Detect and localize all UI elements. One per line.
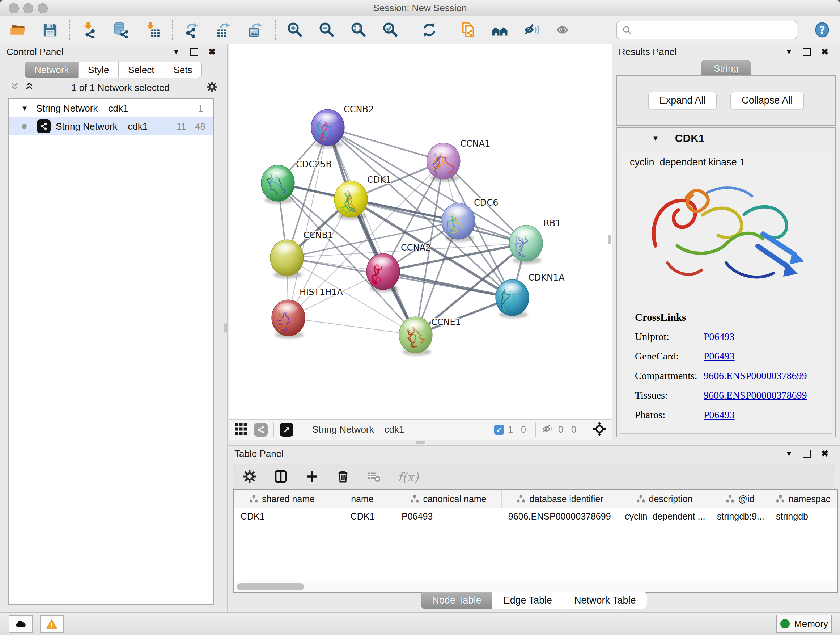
hidden-eye-slash-icon[interactable]: [542, 423, 554, 437]
column-header-namespace[interactable]: namespac: [769, 490, 836, 508]
hide-selection-eye-slash-icon[interactable]: [523, 21, 541, 40]
crosslink-tissues[interactable]: 9606.ENSP00000378699: [704, 386, 807, 405]
table-header-row: shared name name canonical name database…: [234, 490, 837, 508]
title-bar: Session: New Session: [0, 0, 840, 16]
column-header-id[interactable]: @id: [711, 490, 769, 508]
left-splitter-grip[interactable]: [224, 323, 227, 333]
float-panel-icon[interactable]: [803, 450, 811, 458]
panel-menu-icon[interactable]: ▼: [785, 48, 793, 56]
tab-network-table[interactable]: Network Table: [563, 592, 647, 609]
cell-database-identifier[interactable]: 9606.ENSP00000378699: [502, 508, 618, 524]
collapse-all-button[interactable]: Collapse All: [730, 92, 804, 109]
network-node-RB1[interactable]: [509, 225, 543, 264]
network-overview-homes-icon[interactable]: [491, 21, 509, 40]
zoom-fit-content-icon[interactable]: [349, 21, 368, 40]
expand-all-button[interactable]: Expand All: [648, 92, 717, 109]
tab-node-table[interactable]: Node Table: [421, 592, 493, 609]
network-node-CDC6[interactable]: [442, 203, 475, 242]
zoom-in-icon[interactable]: [285, 21, 304, 40]
crosslink-genecard[interactable]: P06493: [704, 347, 735, 366]
tab-edge-table[interactable]: Edge Table: [493, 592, 563, 609]
network-node-CCNB1[interactable]: [270, 240, 303, 279]
open-session-icon[interactable]: [9, 21, 27, 40]
table-row[interactable]: CDK1 CDK1 P06493 9606.ENSP00000378699 cy…: [234, 508, 837, 525]
column-header-shared-name[interactable]: shared name: [234, 490, 330, 508]
import-network-file-icon[interactable]: [80, 21, 98, 40]
birds-eye-view-icon[interactable]: [592, 421, 607, 438]
table-toolbar: f(x): [233, 464, 835, 490]
save-session-icon[interactable]: [41, 21, 59, 40]
collapse-all-networks-icon[interactable]: [9, 81, 20, 94]
zoom-selected-icon[interactable]: [381, 21, 399, 40]
crosslink-uniprot[interactable]: P06493: [704, 327, 735, 347]
network-node-CCNA1[interactable]: [427, 143, 460, 182]
tab-sets[interactable]: Sets: [164, 62, 202, 78]
add-column-icon[interactable]: [304, 469, 319, 486]
help-icon[interactable]: ?: [813, 21, 831, 40]
network-node-HIST1H1A[interactable]: [272, 300, 305, 339]
tab-style[interactable]: Style: [79, 62, 118, 78]
scrollbar-thumb[interactable]: [237, 583, 304, 591]
warnings-button[interactable]: [40, 616, 64, 633]
network-node-CCNE1[interactable]: [399, 317, 432, 356]
duplicate-network-icon[interactable]: [459, 21, 477, 40]
float-panel-icon[interactable]: [803, 48, 811, 56]
collection-expand-icon[interactable]: ▼: [21, 104, 28, 112]
tab-select[interactable]: Select: [118, 62, 164, 78]
crosslink-label: GeneCard:: [635, 347, 704, 366]
cloud-status-button[interactable]: [9, 616, 33, 633]
detach-view-icon[interactable]: [279, 423, 294, 437]
export-image-icon[interactable]: [246, 21, 265, 40]
selected-count-checkbox-icon[interactable]: ✓: [494, 424, 504, 435]
refresh-icon[interactable]: [420, 21, 439, 40]
network-node-CCNB2[interactable]: [311, 109, 344, 148]
search-input[interactable]: [632, 25, 792, 35]
horizontal-splitter[interactable]: [229, 440, 612, 445]
edge-HIST1H1A-CCNE1[interactable]: [288, 318, 416, 335]
gene-collapse-icon[interactable]: ▼: [652, 134, 659, 143]
column-header-description[interactable]: description: [618, 490, 711, 508]
network-node-CDKN1A[interactable]: [496, 279, 529, 318]
export-table-icon[interactable]: [214, 21, 233, 40]
memory-button[interactable]: Memory: [776, 615, 832, 633]
network-row[interactable]: String Network – cdk1 11 48: [9, 117, 213, 135]
float-panel-icon[interactable]: [190, 48, 198, 56]
table-horizontal-scrollbar[interactable]: [234, 581, 837, 592]
splitter-grip[interactable]: [416, 440, 425, 444]
grid-view-icon[interactable]: [234, 422, 248, 438]
show-columns-icon[interactable]: [273, 469, 288, 486]
delete-column-trash-icon[interactable]: [335, 469, 351, 486]
network-options-gear-icon[interactable]: [206, 81, 218, 94]
expand-all-networks-icon[interactable]: [24, 81, 35, 94]
right-splitter-grip[interactable]: [608, 234, 611, 244]
crosslink-pharos[interactable]: P06493: [704, 405, 735, 424]
string-view-icon[interactable]: [254, 423, 268, 437]
cell-namespace[interactable]: stringdb: [769, 508, 836, 524]
network-node-CDK1[interactable]: [334, 181, 368, 220]
network-node-CDC25B[interactable]: [261, 165, 294, 204]
search-box[interactable]: [616, 21, 797, 40]
cell-shared-name[interactable]: CDK1: [234, 508, 330, 524]
cell-description[interactable]: cyclin–dependent ...: [618, 508, 711, 524]
network-canvas[interactable]: CCNB2CCNA1CDC25BCDK1CDC6RB1CCNB1CCNA2CDK…: [229, 44, 612, 419]
cell-id[interactable]: stringdb:9...: [711, 508, 769, 524]
network-collection-row[interactable]: ▼ String Network – cdk1 1: [9, 99, 213, 117]
import-table-file-icon[interactable]: [143, 21, 162, 40]
import-network-database-icon[interactable]: [111, 21, 130, 40]
column-header-canonical-name[interactable]: canonical name: [395, 490, 502, 508]
cell-canonical-name[interactable]: P06493: [395, 508, 502, 524]
tab-string[interactable]: String: [701, 60, 751, 77]
crosslink-compartments[interactable]: 9606.ENSP00000378699: [704, 366, 807, 386]
panel-menu-icon[interactable]: ▼: [785, 450, 793, 458]
zoom-out-icon[interactable]: [317, 21, 336, 40]
export-network-icon[interactable]: [182, 21, 201, 40]
table-options-gear-icon[interactable]: [242, 469, 257, 486]
close-panel-icon[interactable]: ✖: [208, 47, 216, 57]
panel-menu-icon[interactable]: ▼: [172, 48, 180, 56]
close-panel-icon[interactable]: ✖: [821, 47, 829, 57]
tab-network[interactable]: Network: [25, 62, 79, 78]
column-header-name[interactable]: name: [330, 490, 395, 508]
cell-name[interactable]: CDK1: [330, 508, 395, 524]
close-panel-icon[interactable]: ✖: [821, 448, 829, 459]
column-header-database-identifier[interactable]: database identifier: [502, 490, 618, 508]
